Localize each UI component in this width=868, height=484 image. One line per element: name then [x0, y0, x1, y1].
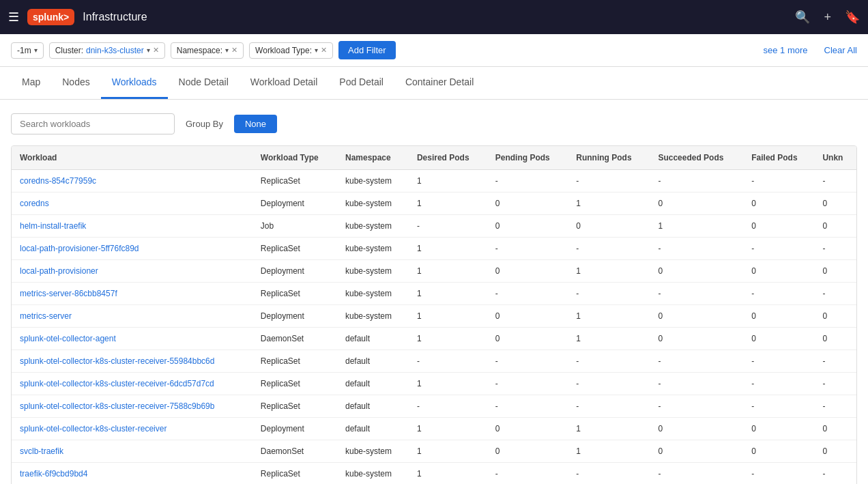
- navtab-workloads[interactable]: Workloads: [101, 67, 168, 99]
- cell: -: [650, 463, 743, 485]
- col-header-namespace: Namespace: [337, 146, 409, 170]
- cell: 0: [487, 305, 568, 328]
- cell: 0: [743, 193, 814, 215]
- table-row[interactable]: splunk-otel-collector-agentDaemonSetdefa…: [12, 328, 856, 350]
- cell: kube-system: [337, 283, 409, 305]
- cluster-filter-chip[interactable]: Cluster: dnin-k3s-cluster ▾ ✕: [49, 42, 165, 59]
- cell: -: [743, 238, 814, 260]
- cell: -: [487, 350, 568, 373]
- cell: -: [409, 215, 487, 238]
- cell: 0: [487, 215, 568, 238]
- workload-name[interactable]: metrics-server: [12, 305, 252, 328]
- cell: -: [487, 238, 568, 260]
- workload-name[interactable]: helm-install-traefik: [12, 215, 252, 238]
- cell: 1: [409, 283, 487, 305]
- table-row[interactable]: splunk-otel-collector-k8s-cluster-receiv…: [12, 395, 856, 418]
- time-filter-chip[interactable]: -1m ▾: [11, 42, 44, 59]
- workload-name[interactable]: svclb-traefik: [12, 440, 252, 463]
- cell: -: [487, 170, 568, 193]
- table-row[interactable]: metrics-server-86cbb8457fReplicaSetkube-…: [12, 283, 856, 305]
- cell: -: [743, 395, 814, 418]
- workload-name[interactable]: metrics-server-86cbb8457f: [12, 283, 252, 305]
- cell: 0: [650, 305, 743, 328]
- cell: 1: [409, 373, 487, 395]
- table-row[interactable]: local-path-provisionerDeploymentkube-sys…: [12, 260, 856, 283]
- cell: default: [337, 395, 409, 418]
- cell: -: [814, 283, 856, 305]
- cell: -: [568, 283, 650, 305]
- time-filter-arrow: ▾: [34, 46, 38, 54]
- workload-name[interactable]: coredns-854c77959c: [12, 170, 252, 193]
- workload-type-close-icon[interactable]: ✕: [321, 46, 327, 55]
- col-header-workload-type: Workload Type: [252, 146, 337, 170]
- cell: Job: [252, 215, 337, 238]
- cell: kube-system: [337, 440, 409, 463]
- cell: 1: [409, 418, 487, 440]
- cell: 1: [568, 193, 650, 215]
- none-button[interactable]: None: [234, 115, 277, 133]
- table-row[interactable]: corednsDeploymentkube-system101000: [12, 193, 856, 215]
- cell: 0: [650, 260, 743, 283]
- search-icon[interactable]: 🔍: [795, 10, 810, 25]
- cell: ReplicaSet: [252, 283, 337, 305]
- workload-name[interactable]: traefik-6f9cbd9bd4: [12, 463, 252, 485]
- cluster-close-icon[interactable]: ✕: [153, 46, 159, 55]
- table-row[interactable]: splunk-otel-collector-k8s-cluster-receiv…: [12, 373, 856, 395]
- cell: DaemonSet: [252, 440, 337, 463]
- hamburger-icon[interactable]: ☰: [8, 10, 19, 25]
- workload-name[interactable]: splunk-otel-collector-agent: [12, 328, 252, 350]
- table-row[interactable]: metrics-serverDeploymentkube-system10100…: [12, 305, 856, 328]
- cell: 0: [650, 418, 743, 440]
- table-row[interactable]: traefik-6f9cbd9bd4ReplicaSetkube-system1…: [12, 463, 856, 485]
- workload-name[interactable]: splunk-otel-collector-k8s-cluster-receiv…: [12, 350, 252, 373]
- add-filter-button[interactable]: Add Filter: [338, 41, 396, 59]
- table-row[interactable]: coredns-854c77959cReplicaSetkube-system1…: [12, 170, 856, 193]
- table-row[interactable]: splunk-otel-collector-k8s-cluster-receiv…: [12, 418, 856, 440]
- namespace-filter-chip[interactable]: Namespace: ▾ ✕: [171, 42, 244, 59]
- bookmark-icon[interactable]: 🔖: [845, 10, 860, 25]
- table-row[interactable]: helm-install-traefikJobkube-system-00100: [12, 215, 856, 238]
- col-header-workload: Workload: [12, 146, 252, 170]
- table-row[interactable]: local-path-provisioner-5ff76fc89dReplica…: [12, 238, 856, 260]
- workload-name[interactable]: splunk-otel-collector-k8s-cluster-receiv…: [12, 418, 252, 440]
- navtab-nodes[interactable]: Nodes: [51, 67, 100, 99]
- cell: Deployment: [252, 418, 337, 440]
- cell: ReplicaSet: [252, 463, 337, 485]
- cell: default: [337, 418, 409, 440]
- navtab-workload-detail[interactable]: Workload Detail: [240, 67, 329, 99]
- cell: default: [337, 328, 409, 350]
- navtab-container-detail[interactable]: Container Detail: [394, 67, 484, 99]
- workload-name[interactable]: local-path-provisioner-5ff76fc89d: [12, 238, 252, 260]
- workload-name[interactable]: splunk-otel-collector-k8s-cluster-receiv…: [12, 373, 252, 395]
- navtab-pod-detail[interactable]: Pod Detail: [328, 67, 394, 99]
- namespace-label: Namespace:: [177, 46, 222, 55]
- navtab-map[interactable]: Map: [11, 67, 51, 99]
- navtab-node-detail[interactable]: Node Detail: [168, 67, 240, 99]
- cell: kube-system: [337, 238, 409, 260]
- table-row[interactable]: splunk-otel-collector-k8s-cluster-receiv…: [12, 350, 856, 373]
- see-more-link[interactable]: see 1 more: [764, 45, 808, 55]
- plus-icon[interactable]: +: [824, 10, 831, 25]
- workload-name[interactable]: splunk-otel-collector-k8s-cluster-receiv…: [12, 395, 252, 418]
- table-header-row: WorkloadWorkload TypeNamespaceDesired Po…: [12, 146, 856, 170]
- cell: 1: [568, 305, 650, 328]
- workloads-table-wrap: WorkloadWorkload TypeNamespaceDesired Po…: [11, 145, 857, 484]
- col-header-running-pods: Running Pods: [568, 146, 650, 170]
- namespace-close-icon[interactable]: ✕: [231, 46, 237, 55]
- search-input[interactable]: [11, 113, 175, 134]
- cell: 0: [814, 215, 856, 238]
- workload-name[interactable]: local-path-provisioner: [12, 260, 252, 283]
- cell: 0: [487, 328, 568, 350]
- table-row[interactable]: svclb-traefikDaemonSetkube-system101000: [12, 440, 856, 463]
- cell: -: [568, 350, 650, 373]
- clear-all-link[interactable]: Clear All: [824, 45, 857, 55]
- col-header-pending-pods: Pending Pods: [487, 146, 568, 170]
- workload-type-filter-chip[interactable]: Workload Type: ▾ ✕: [249, 42, 333, 59]
- cell: -: [568, 170, 650, 193]
- cell: -: [409, 350, 487, 373]
- cell: 1: [409, 440, 487, 463]
- cell: 0: [487, 193, 568, 215]
- workload-name[interactable]: coredns: [12, 193, 252, 215]
- cell: 1: [409, 193, 487, 215]
- cluster-label: Cluster:: [55, 46, 83, 55]
